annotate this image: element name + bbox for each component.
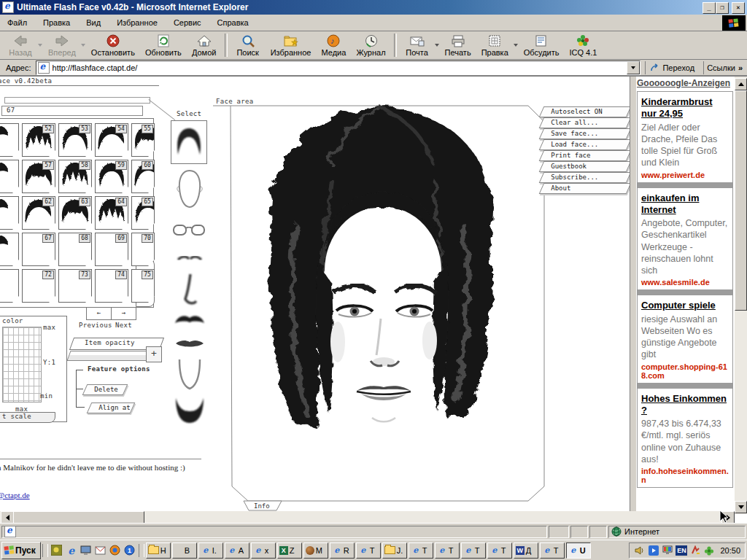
links-button[interactable]: Ссылки » bbox=[703, 61, 746, 74]
language-indicator[interactable]: EN bbox=[676, 545, 687, 556]
forward-button[interactable]: Вперед bbox=[43, 31, 81, 59]
print-button[interactable]: Печать bbox=[440, 31, 476, 59]
taskbar-window-button[interactable]: WД bbox=[514, 542, 538, 559]
start-button[interactable]: Пуск bbox=[1, 542, 41, 559]
scrollbar-hthumb[interactable] bbox=[13, 511, 144, 523]
go-button[interactable]: Переход bbox=[645, 61, 699, 74]
hair-thumbnail[interactable]: 64 bbox=[95, 196, 128, 230]
clear-all-button[interactable]: Clear all... bbox=[539, 117, 632, 128]
address-input[interactable]: http://flashface.ctapt.de/ bbox=[36, 61, 641, 75]
hair-thumbnail-cut[interactable] bbox=[0, 196, 19, 230]
ad-link[interactable]: www.preiwert.de bbox=[641, 171, 729, 179]
ad-item[interactable]: Hohes Einkommen ? 987,43 bis 6.474,33 €/… bbox=[637, 389, 733, 489]
hair-thumbnail-empty[interactable]: 69 bbox=[95, 233, 128, 266]
hair-thumbnail[interactable]: 60 bbox=[131, 160, 155, 193]
taskbar-window-button[interactable]: J. bbox=[382, 542, 407, 559]
volume-icon[interactable] bbox=[634, 545, 646, 556]
select-mustache[interactable] bbox=[172, 311, 207, 329]
taskbar-window-button[interactable]: M bbox=[303, 542, 328, 559]
select-nose[interactable] bbox=[179, 271, 201, 308]
taskbar-window-button[interactable]: eT bbox=[435, 542, 460, 559]
align-at-button[interactable]: Align at bbox=[87, 402, 136, 413]
composite-face-image[interactable] bbox=[222, 101, 541, 444]
mail-dropdown[interactable] bbox=[435, 31, 440, 59]
hair-thumbnail-empty[interactable]: 72 bbox=[22, 269, 55, 303]
select-head[interactable] bbox=[174, 167, 206, 212]
hair-thumbnail[interactable]: 52 bbox=[22, 123, 55, 157]
taskbar-window-button[interactable]: eT bbox=[487, 542, 512, 559]
maximize-button[interactable]: ❐ bbox=[716, 2, 729, 14]
taskbar-window-button[interactable]: eI. bbox=[198, 542, 223, 559]
hair-thumbnail-empty[interactable]: 73 bbox=[58, 269, 92, 303]
hair-thumbnail-cut[interactable] bbox=[0, 123, 19, 157]
taskbar-window-button[interactable]: eT bbox=[540, 542, 565, 559]
previous-button[interactable]: ← bbox=[86, 307, 112, 320]
ad-item[interactable]: Kinderarmbrust nur 24,95 Ziel Adler oder… bbox=[637, 91, 733, 182]
mediaplayer-tray-icon[interactable] bbox=[648, 545, 659, 556]
history-button[interactable]: Журнал bbox=[351, 31, 390, 59]
select-chin[interactable] bbox=[175, 357, 204, 393]
select-beard[interactable] bbox=[172, 394, 207, 427]
select-glasses[interactable] bbox=[171, 218, 207, 243]
taskbar-window-button[interactable]: XZ bbox=[277, 542, 302, 559]
hair-thumbnail[interactable]: 59 bbox=[95, 160, 128, 193]
quicklaunch-outlook-icon[interactable] bbox=[94, 544, 107, 557]
autoselect-button[interactable]: Autoselect ON bbox=[539, 106, 632, 117]
display-tray-icon[interactable] bbox=[662, 545, 673, 556]
vertical-scrollbar[interactable] bbox=[735, 77, 747, 514]
hair-thumbnail-empty[interactable]: 70 bbox=[131, 233, 155, 266]
scrollbar-left-button[interactable] bbox=[1, 511, 14, 523]
menu-favorites[interactable]: Избранное bbox=[117, 18, 158, 27]
hair-thumbnail-empty[interactable]: 75 bbox=[131, 269, 155, 303]
ad-link[interactable]: info.hoheseinkommen.n bbox=[641, 467, 729, 484]
next-button[interactable]: → bbox=[111, 307, 136, 320]
hair-thumbnail-empty[interactable]: 67 bbox=[22, 233, 55, 266]
ad-link[interactable]: computer.shopping-618.com bbox=[641, 362, 729, 380]
stop-button[interactable]: Остановить bbox=[86, 31, 140, 59]
ad-title[interactable]: einkaufen im Internet bbox=[641, 192, 729, 217]
menu-view[interactable]: Вид bbox=[86, 18, 101, 27]
taskbar-window-button[interactable]: eT bbox=[409, 542, 433, 559]
set-scale-button[interactable]: t scale bbox=[0, 412, 55, 423]
hair-thumbnail[interactable]: 62 bbox=[22, 196, 55, 230]
edit-dropdown[interactable] bbox=[514, 31, 519, 59]
select-eyebrows[interactable] bbox=[175, 252, 204, 265]
home-button[interactable]: Домой bbox=[187, 31, 222, 59]
scrollbar-up-button[interactable] bbox=[735, 78, 747, 90]
address-dropdown[interactable] bbox=[627, 61, 640, 74]
select-hair[interactable] bbox=[171, 120, 207, 164]
search-button[interactable]: Поиск bbox=[231, 31, 266, 59]
hair-thumbnail[interactable]: 55 bbox=[131, 123, 155, 157]
hair-thumbnail[interactable]: 58 bbox=[58, 160, 92, 193]
hair-thumbnail[interactable]: 63 bbox=[58, 196, 92, 230]
refresh-button[interactable]: Обновить bbox=[140, 31, 187, 59]
select-lips[interactable] bbox=[172, 335, 207, 352]
menu-edit[interactable]: Правка bbox=[43, 18, 70, 27]
guestbook-button[interactable]: Guestbook bbox=[539, 161, 632, 172]
taskbar-window-button[interactable]: B bbox=[172, 542, 197, 559]
hair-thumbnail[interactable]: 54 bbox=[95, 123, 128, 157]
quicklaunch-one-icon[interactable]: 1 bbox=[123, 544, 136, 557]
quicklaunch-icq-icon[interactable] bbox=[50, 544, 63, 557]
icq-button[interactable]: ICQ 4.1 bbox=[565, 31, 603, 59]
taskbar-window-button[interactable]: eR bbox=[330, 542, 355, 559]
quicklaunch-mediaplayer-icon[interactable] bbox=[109, 544, 122, 557]
ad-link[interactable]: www.salesmile.de bbox=[641, 278, 729, 287]
ad-item[interactable]: Computer spiele riesige Auswahl an Webse… bbox=[637, 295, 733, 382]
forward-dropdown[interactable] bbox=[81, 31, 86, 59]
horizontal-scrollbar[interactable] bbox=[0, 511, 735, 523]
ad-item[interactable]: einkaufen im Internet Angebote, Computer… bbox=[637, 188, 733, 290]
netmon-tray-icon[interactable] bbox=[689, 545, 701, 556]
icqlite-tray-icon[interactable] bbox=[703, 545, 715, 556]
subscribe-button[interactable]: Subscribe... bbox=[539, 172, 632, 183]
taskbar-window-button[interactable]: eT bbox=[461, 542, 486, 559]
print-face-button[interactable]: Print face bbox=[539, 150, 632, 161]
mail-button[interactable]: Почта bbox=[400, 31, 435, 59]
credits-link[interactable]: @ctapt.de bbox=[0, 491, 30, 499]
hair-thumbnail[interactable]: 65 bbox=[131, 196, 155, 230]
color-grid[interactable] bbox=[2, 327, 42, 402]
menu-tools[interactable]: Сервис bbox=[174, 18, 201, 27]
hair-thumbnail-cut[interactable] bbox=[0, 269, 19, 303]
hair-thumbnail[interactable]: 57 bbox=[22, 160, 55, 193]
ad-title[interactable]: Hohes Einkommen ? bbox=[641, 393, 729, 417]
